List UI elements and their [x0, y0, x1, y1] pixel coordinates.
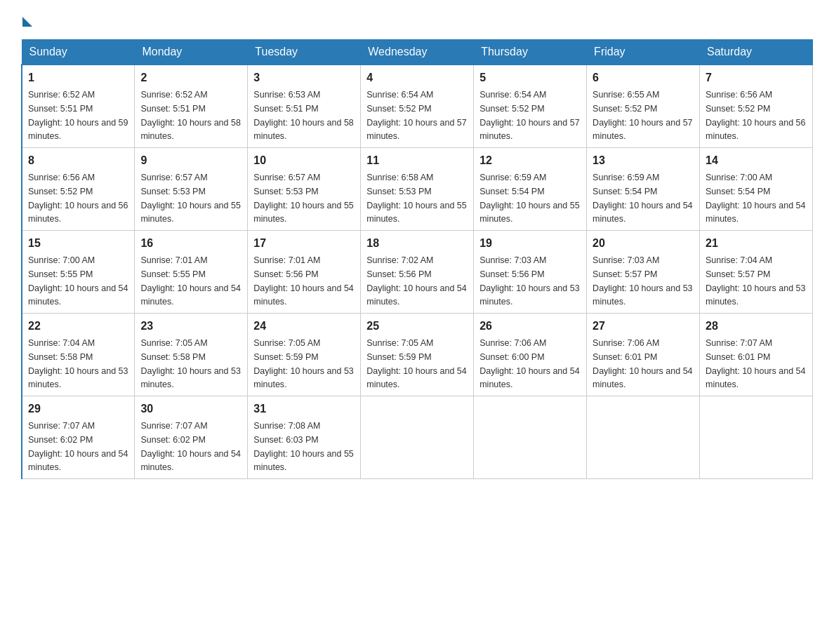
day-number: 17	[253, 235, 355, 252]
day-info: Sunrise: 7:06 AMSunset: 6:01 PMDaylight:…	[593, 338, 692, 389]
day-info: Sunrise: 6:55 AMSunset: 5:52 PMDaylight:…	[593, 90, 692, 141]
day-info: Sunrise: 7:03 AMSunset: 5:57 PMDaylight:…	[593, 255, 692, 307]
day-info: Sunrise: 7:05 AMSunset: 5:58 PMDaylight:…	[140, 338, 240, 389]
calendar-cell: 6Sunrise: 6:55 AMSunset: 5:52 PMDaylight…	[587, 65, 700, 148]
day-number: 10	[253, 152, 355, 169]
day-number: 6	[593, 69, 694, 86]
day-number: 4	[366, 69, 468, 86]
calendar-week-row: 1Sunrise: 6:52 AMSunset: 5:51 PMDaylight…	[22, 65, 813, 148]
calendar-cell: 25Sunrise: 7:05 AMSunset: 5:59 PMDayligh…	[361, 314, 474, 396]
calendar-cell: 26Sunrise: 7:06 AMSunset: 6:00 PMDayligh…	[474, 314, 587, 396]
day-number: 12	[479, 152, 581, 169]
calendar-cell	[700, 396, 813, 479]
day-number: 25	[366, 318, 468, 335]
calendar-cell: 19Sunrise: 7:03 AMSunset: 5:56 PMDayligh…	[474, 231, 587, 314]
day-number: 22	[28, 318, 128, 335]
calendar-header-wednesday: Wednesday	[361, 40, 474, 65]
day-number: 30	[140, 401, 241, 417]
calendar-cell: 8Sunrise: 6:56 AMSunset: 5:52 PMDaylight…	[22, 148, 135, 231]
calendar-cell: 23Sunrise: 7:05 AMSunset: 5:58 PMDayligh…	[135, 314, 248, 396]
calendar-header-saturday: Saturday	[700, 40, 813, 65]
day-info: Sunrise: 6:59 AMSunset: 5:54 PMDaylight:…	[593, 173, 692, 224]
day-info: Sunrise: 7:07 AMSunset: 6:02 PMDaylight:…	[140, 421, 240, 472]
day-info: Sunrise: 6:58 AMSunset: 5:53 PMDaylight:…	[366, 173, 466, 224]
day-number: 21	[706, 235, 807, 252]
day-number: 1	[28, 69, 128, 86]
calendar-cell: 7Sunrise: 6:56 AMSunset: 5:52 PMDaylight…	[700, 65, 813, 148]
calendar-cell: 5Sunrise: 6:54 AMSunset: 5:52 PMDaylight…	[474, 65, 587, 148]
calendar-cell: 1Sunrise: 6:52 AMSunset: 5:51 PMDaylight…	[22, 65, 135, 148]
calendar-cell: 9Sunrise: 6:57 AMSunset: 5:53 PMDaylight…	[135, 148, 248, 231]
day-number: 31	[253, 401, 355, 417]
calendar-cell: 13Sunrise: 6:59 AMSunset: 5:54 PMDayligh…	[587, 148, 700, 231]
day-number: 23	[140, 318, 241, 335]
calendar-week-row: 22Sunrise: 7:04 AMSunset: 5:58 PMDayligh…	[22, 314, 813, 396]
calendar-cell: 22Sunrise: 7:04 AMSunset: 5:58 PMDayligh…	[22, 314, 135, 396]
day-info: Sunrise: 6:52 AMSunset: 5:51 PMDaylight:…	[140, 90, 240, 141]
calendar-header-monday: Monday	[135, 40, 248, 65]
day-info: Sunrise: 7:06 AMSunset: 6:00 PMDaylight:…	[479, 338, 579, 389]
calendar-cell: 4Sunrise: 6:54 AMSunset: 5:52 PMDaylight…	[361, 65, 474, 148]
calendar-cell: 21Sunrise: 7:04 AMSunset: 5:57 PMDayligh…	[700, 231, 813, 314]
calendar-header-tuesday: Tuesday	[248, 40, 361, 65]
day-info: Sunrise: 7:04 AMSunset: 5:58 PMDaylight:…	[28, 338, 128, 389]
calendar-cell: 10Sunrise: 6:57 AMSunset: 5:53 PMDayligh…	[248, 148, 361, 231]
day-info: Sunrise: 6:54 AMSunset: 5:52 PMDaylight:…	[479, 90, 579, 141]
day-number: 18	[366, 235, 468, 252]
day-number: 8	[28, 152, 128, 169]
day-info: Sunrise: 7:05 AMSunset: 5:59 PMDaylight:…	[253, 338, 353, 389]
day-info: Sunrise: 7:08 AMSunset: 6:03 PMDaylight:…	[253, 421, 353, 472]
header	[21, 14, 813, 27]
day-info: Sunrise: 7:07 AMSunset: 6:02 PMDaylight:…	[28, 421, 128, 472]
calendar-cell: 29Sunrise: 7:07 AMSunset: 6:02 PMDayligh…	[22, 396, 135, 479]
day-info: Sunrise: 7:02 AMSunset: 5:56 PMDaylight:…	[366, 255, 466, 307]
calendar-cell: 17Sunrise: 7:01 AMSunset: 5:56 PMDayligh…	[248, 231, 361, 314]
calendar-cell: 30Sunrise: 7:07 AMSunset: 6:02 PMDayligh…	[135, 396, 248, 479]
logo	[21, 14, 32, 27]
day-number: 19	[479, 235, 581, 252]
day-number: 9	[140, 152, 241, 169]
day-info: Sunrise: 7:04 AMSunset: 5:57 PMDaylight:…	[706, 255, 805, 307]
day-number: 13	[593, 152, 694, 169]
day-info: Sunrise: 6:57 AMSunset: 5:53 PMDaylight:…	[253, 173, 353, 224]
day-info: Sunrise: 7:01 AMSunset: 5:55 PMDaylight:…	[140, 255, 240, 307]
day-number: 29	[28, 401, 128, 417]
day-number: 28	[706, 318, 807, 335]
day-info: Sunrise: 6:59 AMSunset: 5:54 PMDaylight:…	[479, 173, 579, 224]
calendar-header-row: SundayMondayTuesdayWednesdayThursdayFrid…	[22, 40, 813, 65]
day-number: 7	[706, 69, 807, 86]
calendar-week-row: 29Sunrise: 7:07 AMSunset: 6:02 PMDayligh…	[22, 396, 813, 479]
day-info: Sunrise: 6:53 AMSunset: 5:51 PMDaylight:…	[253, 90, 353, 141]
calendar-week-row: 15Sunrise: 7:00 AMSunset: 5:55 PMDayligh…	[22, 231, 813, 314]
day-info: Sunrise: 6:54 AMSunset: 5:52 PMDaylight:…	[366, 90, 466, 141]
day-number: 14	[706, 152, 807, 169]
day-info: Sunrise: 6:56 AMSunset: 5:52 PMDaylight:…	[706, 90, 805, 141]
day-info: Sunrise: 6:57 AMSunset: 5:53 PMDaylight:…	[140, 173, 240, 224]
calendar-cell	[361, 396, 474, 479]
calendar-cell	[587, 396, 700, 479]
calendar-cell: 15Sunrise: 7:00 AMSunset: 5:55 PMDayligh…	[22, 231, 135, 314]
calendar-header-friday: Friday	[587, 40, 700, 65]
day-number: 15	[28, 235, 128, 252]
day-info: Sunrise: 7:00 AMSunset: 5:54 PMDaylight:…	[706, 173, 805, 224]
day-number: 5	[479, 69, 581, 86]
day-info: Sunrise: 6:52 AMSunset: 5:51 PMDaylight:…	[28, 90, 128, 141]
day-info: Sunrise: 7:00 AMSunset: 5:55 PMDaylight:…	[28, 255, 128, 307]
day-info: Sunrise: 7:07 AMSunset: 6:01 PMDaylight:…	[706, 338, 805, 389]
day-info: Sunrise: 7:03 AMSunset: 5:56 PMDaylight:…	[479, 255, 579, 307]
day-number: 2	[140, 69, 241, 86]
calendar-cell: 14Sunrise: 7:00 AMSunset: 5:54 PMDayligh…	[700, 148, 813, 231]
calendar-header-sunday: Sunday	[22, 40, 135, 65]
calendar-week-row: 8Sunrise: 6:56 AMSunset: 5:52 PMDaylight…	[22, 148, 813, 231]
calendar-cell	[474, 396, 587, 479]
day-number: 3	[253, 69, 355, 86]
calendar-cell: 18Sunrise: 7:02 AMSunset: 5:56 PMDayligh…	[361, 231, 474, 314]
calendar-header-thursday: Thursday	[474, 40, 587, 65]
calendar-cell: 12Sunrise: 6:59 AMSunset: 5:54 PMDayligh…	[474, 148, 587, 231]
calendar-cell: 16Sunrise: 7:01 AMSunset: 5:55 PMDayligh…	[135, 231, 248, 314]
calendar-cell: 11Sunrise: 6:58 AMSunset: 5:53 PMDayligh…	[361, 148, 474, 231]
day-info: Sunrise: 7:01 AMSunset: 5:56 PMDaylight:…	[253, 255, 353, 307]
day-number: 20	[593, 235, 694, 252]
day-number: 11	[366, 152, 468, 169]
day-number: 26	[479, 318, 581, 335]
